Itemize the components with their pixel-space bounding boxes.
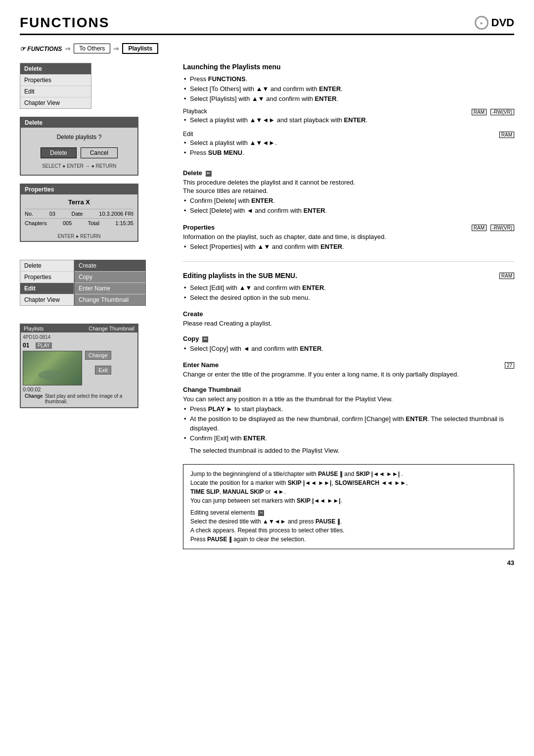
submenu-properties[interactable]: Properties xyxy=(20,272,74,283)
enter-name-subtitle: Enter Name xyxy=(183,361,219,369)
editing-title: Editing playlists in the SUB MENU. xyxy=(183,272,297,280)
thumbnail-image xyxy=(23,351,82,385)
submenu-copy[interactable]: Copy xyxy=(75,272,145,283)
delete-bullets: Confirm [Delete] with ENTER. Select [Del… xyxy=(183,196,514,215)
submenu-create[interactable]: Create xyxy=(75,260,145,272)
badge-rwvr-1: -RW(VR) xyxy=(490,109,514,115)
delete-cancel-button[interactable]: Cancel xyxy=(81,147,118,158)
properties-badges: RAM -RW(VR) xyxy=(470,224,514,231)
change-thumbnail-note: The selected thumbnail is added to the P… xyxy=(190,447,514,454)
thumbnail-hint-text: Start play and select the image of a thu… xyxy=(45,393,134,404)
props-total-label: Total xyxy=(88,220,99,226)
copy-subtitle: Copy ✂ xyxy=(183,335,514,342)
delete-dialog: Delete Delete playlists ? Delete Cancel … xyxy=(20,117,138,176)
properties-subtitle: Properties xyxy=(183,224,215,231)
thumbnail-change-button[interactable]: Change xyxy=(85,351,111,360)
thumbnail-subtitle: 4PD10-0814 xyxy=(23,334,135,340)
submenu-edit[interactable]: Edit xyxy=(20,283,74,294)
page-title: FUNCTIONS xyxy=(20,15,109,31)
enter-name-section: Enter Name 27 Change or enter the title … xyxy=(183,361,514,378)
section-divider-1 xyxy=(183,261,514,262)
properties-section: Properties RAM -RW(VR) Information on th… xyxy=(183,224,514,251)
playback-bullet-1: Select a playlist with ▲▼◄► and start pl… xyxy=(183,116,367,125)
properties-desc: Information on the playlist, such as cha… xyxy=(183,233,514,240)
note-line-8: Press PAUSE ‖ again to clear the selecti… xyxy=(190,535,507,544)
delete-bullet-1: Confirm [Delete] with ENTER. xyxy=(183,196,514,205)
menu-item-properties-1[interactable]: Properties xyxy=(20,75,91,86)
note-line-6: Select the desired title with ▲▼◄► and p… xyxy=(190,517,507,526)
menu-panel-1: Delete Properties Edit Chapter View xyxy=(20,63,91,109)
page-header: FUNCTIONS ● DVD xyxy=(20,15,514,35)
edit-bullet-1: Select a playlist with ▲▼◄►. xyxy=(183,139,277,147)
submenu-left-panel: Delete Properties Edit Chapter View xyxy=(20,260,74,306)
submenu-change-thumbnail[interactable]: Change Thumbnail xyxy=(75,294,145,305)
copy-section: Copy ✂ Select [Copy] with ◄ and confirm … xyxy=(183,335,514,353)
props-chapters-val: 005 xyxy=(63,220,72,226)
delete-dialog-buttons: Delete Cancel xyxy=(26,147,133,158)
thumbnail-num: 01 xyxy=(23,342,34,349)
submenu-enter-name[interactable]: Enter Name xyxy=(75,283,145,294)
editing-section: Editing playlists in the SUB MENU. RAM S… xyxy=(183,272,514,302)
props-chapters-label: Chapters xyxy=(25,220,47,226)
thumbnail-panel: Playlists Change Thumbnail 4PD10-0814 01… xyxy=(20,324,138,408)
playback-badges: RAM -RW(VR) xyxy=(470,108,514,115)
breadcrumb-to-others: To Others xyxy=(74,44,110,53)
badge-ram-2: RAM xyxy=(499,132,514,138)
change-thumbnail-bullet-3: Confirm [Exit] with ENTER. xyxy=(183,434,514,443)
properties-bullets: Select [Properties] with ▲▼ and confirm … xyxy=(183,242,514,251)
props-total-val: 1:15:35 xyxy=(115,220,134,226)
launching-bullet-2: Select [To Others] with ▲▼ and confirm w… xyxy=(183,85,514,94)
create-desc: Please read Creating a playlist. xyxy=(183,320,514,327)
change-thumbnail-bullet-2: At the position to be displayed as the n… xyxy=(183,415,514,432)
page-number: 43 xyxy=(20,559,514,567)
menu-item-delete-1[interactable]: Delete xyxy=(20,63,91,75)
change-thumbnail-desc: You can select any position in a title a… xyxy=(183,395,514,403)
editing-badge: RAM xyxy=(497,272,514,279)
properties-name: Terra X xyxy=(25,198,134,206)
dvd-logo: ● DVD xyxy=(475,16,514,30)
submenu-delete[interactable]: Delete xyxy=(20,260,74,272)
change-thumbnail-bullets: Press PLAY ► to start playback. At the p… xyxy=(183,405,514,443)
properties-dialog: Properties Terra X No. 03 Date 10.3.2006… xyxy=(20,184,138,242)
enter-name-header-row: Enter Name 27 xyxy=(183,361,514,371)
thumbnail-play-badge: PLAY xyxy=(36,342,52,349)
note-line-1: Jump to the beginning/end of a title/cha… xyxy=(190,470,507,478)
create-subtitle: Create xyxy=(183,310,514,318)
thumbnail-title-bar: Playlists Change Thumbnail xyxy=(21,325,137,332)
editing-bullet-1: Select [Edit] with ▲▼ and confirm with E… xyxy=(183,284,514,292)
note-line-3: TIME SLIP, MANUAL SKIP or ◄►. xyxy=(190,487,507,496)
launching-section: Launching the Playlists menu Press FUNCT… xyxy=(183,63,514,161)
badge-ram-3: RAM xyxy=(472,225,487,231)
editing-icon: ✂ xyxy=(258,510,264,516)
note-box: Jump to the beginning/end of a title/cha… xyxy=(183,464,514,549)
delete-confirm-button[interactable]: Delete xyxy=(41,147,77,158)
submenu-chapter-view[interactable]: Chapter View xyxy=(20,294,74,305)
edit-row: Edit Select a playlist with ▲▼◄►. Press … xyxy=(183,131,514,161)
menu-item-chapter-view-1[interactable]: Chapter View xyxy=(20,97,91,108)
delete-nav-hint: SELECT ● ENTER → ● RETURN xyxy=(26,163,133,169)
edit-bullet-2: Press SUB MENU. xyxy=(183,148,277,157)
properties-title-bar: Properties xyxy=(21,185,137,194)
thumbnail-exit-button[interactable]: Exit xyxy=(95,366,111,375)
enter-name-badge-wrap: 27 xyxy=(503,361,514,369)
main-layout: Delete Properties Edit Chapter View Dele… xyxy=(20,63,514,549)
thumbnail-row: 01 PLAY xyxy=(23,342,135,349)
delete-icon: ✂ xyxy=(206,171,212,177)
edit-bullets: Select a playlist with ▲▼◄►. Press SUB M… xyxy=(183,139,277,157)
props-date-val: 10.3.2006 FRI xyxy=(99,211,134,217)
menu-item-edit-1[interactable]: Edit xyxy=(20,86,91,97)
enter-name-desc: Change or enter the title of the program… xyxy=(183,371,514,378)
properties-header-row: Properties RAM -RW(VR) xyxy=(183,224,514,233)
note-line-4: You can jump between set markers with SK… xyxy=(190,496,507,505)
badge-rwvr-2: -RW(VR) xyxy=(490,225,514,231)
thumbnail-controls: Change Exit xyxy=(85,351,111,375)
delete-dialog-title: Delete xyxy=(21,118,137,128)
left-column: Delete Properties Edit Chapter View Dele… xyxy=(20,63,168,549)
badge-ram-1: RAM xyxy=(472,109,487,115)
dvd-circle-icon: ● xyxy=(475,16,489,30)
delete-bullet-2: Select [Delete] with ◄ and confirm with … xyxy=(183,206,514,215)
copy-bullets: Select [Copy] with ◄ and confirm with EN… xyxy=(183,344,514,353)
note-line-7: A check appears. Repeat this process to … xyxy=(190,526,507,535)
thumbnail-body: 4PD10-0814 01 PLAY Change Exit 0:00:02 C… xyxy=(21,332,137,407)
note-line-2: Locate the position for a marker with SK… xyxy=(190,478,507,487)
